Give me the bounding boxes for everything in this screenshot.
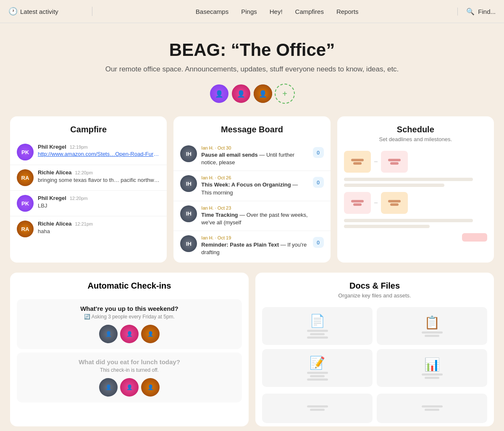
mb-title-4: Reminder: Paste as Plain Text — If you'r… (201, 241, 308, 256)
docs-card: Docs & Files Organize key files and asse… (255, 273, 494, 426)
mb-badge-3 (313, 207, 324, 218)
page-title: BEAG: “The Office” (8, 40, 496, 60)
msg-name-4: Richie Alicea (38, 221, 71, 227)
page-subtitle: Our remote office space. Announcements, … (105, 65, 399, 74)
mb-avatar-4: IH (180, 235, 197, 252)
doc-line-14 (425, 409, 439, 411)
doc-item-1[interactable]: 📄 (262, 307, 373, 345)
basecamps-link[interactable]: Basecamps (196, 8, 228, 15)
msg-avatar-3: PK (17, 195, 34, 212)
document-icon-3: 📝 (310, 355, 325, 370)
mb-badge-2: 0 (313, 177, 324, 188)
doc-line-10 (425, 377, 439, 379)
doc-lines-1 (307, 330, 328, 339)
checkin-desc-2: This check-in is turned off. (24, 367, 235, 373)
doc-line-3 (307, 336, 328, 339)
msg-content-1: Phil Kregel 12:19pm http://www.amazon.co… (38, 144, 160, 160)
checkin-item-2[interactable]: What did you eat for lunch today? This c… (17, 352, 242, 402)
checkin-item-1[interactable]: What're you up to this weekend? 🔄 Asking… (17, 299, 242, 349)
reports-link[interactable]: Reports (336, 8, 359, 15)
message-board-card: Message Board IH Ian H. · Oct 30 Pause a… (173, 116, 330, 263)
campfire-header: Campfire (10, 116, 167, 139)
msg-avatar-2: RA (17, 169, 34, 186)
hey-link[interactable]: Hey! (270, 8, 283, 15)
schedule-title: Schedule (344, 125, 487, 134)
doc-item-3[interactable]: 📝 (262, 349, 373, 387)
mb-content-4: Ian H. · Oct 19 Reminder: Paste as Plain… (201, 235, 308, 256)
mb-item-3[interactable]: IH Ian H. · Oct 23 Time Tracking — Over … (173, 201, 330, 231)
avatar-1[interactable]: 👤 (209, 84, 229, 104)
msg-text-4: haha (38, 228, 160, 235)
doc-line-9 (422, 373, 443, 376)
campfire-msg-4: RA Richie Alicea 12:21pm haha (10, 216, 167, 242)
doc-item-4[interactable]: 📊 (377, 349, 487, 387)
latest-activity-label: Latest activity (20, 8, 58, 15)
nav-search[interactable]: 🔍 Find... (457, 8, 496, 16)
mb-meta-1: Ian H. · Oct 30 (201, 145, 308, 150)
main-nav: 🕐 Latest activity Basecamps Pings Hey! C… (0, 0, 504, 23)
checkins-header: Automatic Check-ins (10, 273, 249, 296)
campfire-messages: PK Phil Kregel 12:19pm http://www.amazon… (10, 139, 167, 245)
msg-link-1[interactable]: http://www.amazon.com/Stets…Open-Road-Fu… (38, 151, 160, 157)
find-label[interactable]: Find... (478, 8, 496, 15)
mb-avatar-2: IH (180, 175, 197, 192)
mb-meta-3: Ian H. · Oct 23 (201, 205, 308, 210)
doc-line-11 (307, 405, 328, 407)
checkin-question-1: What're you up to this weekend? (24, 305, 235, 312)
checkin-avatar-2c: 👤 (141, 378, 160, 397)
msg-time-4: 12:21pm (75, 221, 93, 226)
avatar-3[interactable]: 👤 (253, 84, 273, 104)
mb-title-3: Time Tracking — Over the past few weeks,… (201, 211, 308, 226)
message-board-header: Message Board (173, 116, 330, 139)
latest-activity-nav[interactable]: 🕐 Latest activity (8, 7, 92, 16)
doc-item-2[interactable]: 📋 (377, 307, 487, 345)
avatar-2[interactable]: 👤 (231, 84, 251, 104)
mb-avatar-1: IH (180, 145, 197, 162)
checkins-card: Automatic Check-ins What're you up to th… (10, 273, 249, 426)
doc-item-5[interactable] (262, 394, 373, 423)
clock-icon: 🕐 (8, 7, 18, 16)
checkin-desc-1: 🔄 Asking 3 people every Friday at 5pm. (24, 314, 235, 320)
checkin-avatars-1: 👤 👤 👤 (24, 325, 235, 343)
mb-item-1[interactable]: IH Ian H. · Oct 30 Pause all email sends… (173, 141, 330, 171)
mb-title-1: Pause all email sends — Until further no… (201, 151, 308, 166)
mb-content-2: Ian H. · Oct 26 This Week: A Focus on Or… (201, 175, 308, 196)
doc-lines-2 (422, 331, 443, 337)
add-member-button[interactable]: + (275, 84, 295, 104)
campfire-msg-3: PK Phil Kregel 12:20pm LBJ (10, 191, 167, 216)
schedule-subtitle: Set deadlines and milestones. (344, 136, 487, 142)
msg-name-3: Phil Kregel (38, 195, 66, 201)
msg-time-1: 12:19pm (70, 145, 88, 150)
doc-lines-3 (307, 372, 328, 381)
msg-avatar-1: PK (17, 144, 34, 160)
doc-lines-4 (422, 373, 443, 379)
doc-line-7 (310, 375, 325, 377)
doc-lines-5 (307, 405, 328, 411)
message-board-items: IH Ian H. · Oct 30 Pause all email sends… (173, 139, 330, 263)
checkin-avatar-1a: 👤 (99, 325, 118, 343)
docs-title: Docs & Files (262, 281, 487, 291)
msg-avatar-4: RA (17, 221, 34, 237)
mb-avatar-3: IH (180, 205, 197, 222)
document-icon-2: 📋 (424, 315, 440, 330)
doc-item-6[interactable] (377, 394, 487, 423)
msg-text-2: bringing some texas flavor to th… pacifi… (38, 176, 160, 184)
nav-links: Basecamps Pings Hey! Campfires Reports (97, 8, 457, 15)
mb-content-3: Ian H. · Oct 23 Time Tracking — Over the… (201, 205, 308, 226)
team-avatars: 👤 👤 👤 + (8, 84, 496, 104)
checkin-avatars-2: 👤 👤 👤 (24, 378, 235, 397)
mb-item-4[interactable]: IH Ian H. · Oct 19 Reminder: Paste as Pl… (173, 231, 330, 260)
msg-text-3: LBJ (38, 202, 160, 210)
campfires-link[interactable]: Campfires (295, 8, 324, 15)
bottom-cards-grid: Automatic Check-ins What're you up to th… (0, 273, 504, 431)
mb-badge-1: 0 (313, 147, 324, 158)
doc-line-12 (310, 409, 325, 411)
document-icon-4: 📊 (424, 357, 440, 372)
msg-time-2: 12:20pm (75, 170, 93, 175)
docs-grid: 📄 📋 📝 (255, 304, 494, 390)
doc-line-4 (422, 331, 443, 334)
docs-header: Docs & Files Organize key files and asse… (255, 273, 494, 304)
mb-item-2[interactable]: IH Ian H. · Oct 26 This Week: A Focus on… (173, 171, 330, 201)
campfire-card: Campfire PK Phil Kregel 12:19pm http://w… (10, 116, 167, 263)
pings-link[interactable]: Pings (241, 8, 257, 15)
